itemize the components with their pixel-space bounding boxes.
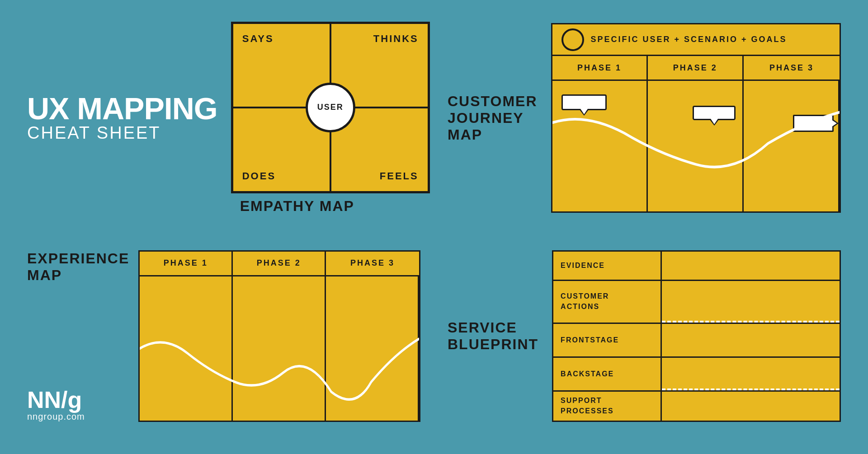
- nng-logo: NN/g nngroup.com: [27, 388, 85, 422]
- sb-support-label: SUPPORTPROCESSES: [553, 392, 662, 421]
- cjm-header: SPECIFIC USER + SCENARIO + GOALS: [552, 24, 840, 56]
- sb-evidence-row: EVIDENCE: [553, 252, 840, 281]
- exp-content-row: [140, 276, 419, 421]
- cjm-content-cell-2: [648, 81, 744, 211]
- user-circle: USER: [306, 83, 355, 132]
- speech-bubble-2: [693, 106, 736, 120]
- nng-site-text: nngroup.com: [27, 412, 85, 422]
- cjm-content-cell-1: [552, 81, 648, 211]
- empathy-map-grid: SAYS THINKS DOES FEELS USER: [231, 22, 430, 193]
- exp-content-cell-1: [140, 276, 233, 421]
- cjm-header-text: SPECIFIC USER + SCENARIO + GOALS: [591, 35, 787, 44]
- title-ux: UX MAPPING: [27, 93, 217, 124]
- speech-bubble-3: [793, 115, 834, 132]
- exp-phase-3: PHASE 3: [326, 252, 419, 275]
- sb-evidence-content: [662, 252, 840, 280]
- sb-backstage-content: [662, 358, 840, 390]
- nng-logo-text: NN/g: [27, 388, 85, 412]
- cjm-container: SPECIFIC USER + SCENARIO + GOALS PHASE 1…: [551, 23, 841, 213]
- exp-phase-1: PHASE 1: [140, 252, 233, 275]
- main-container: UX MAPPING CHEAT SHEET SAYS THINKS DOES …: [0, 0, 868, 454]
- title-block: UX MAPPING CHEAT SHEET: [27, 93, 217, 143]
- cjm-user-icon: [561, 28, 584, 51]
- sb-customer-row: CUSTOMERACTIONS: [553, 281, 840, 324]
- cjm-phases-row: PHASE 1 PHASE 2 PHASE 3: [552, 56, 840, 81]
- sb-frontstage-row: FRONTSTAGE: [553, 324, 840, 358]
- sb-evidence-label: EVIDENCE: [553, 252, 662, 280]
- sb-backstage-label: BACKSTAGE: [553, 358, 662, 390]
- top-left-section: UX MAPPING CHEAT SHEET SAYS THINKS DOES …: [27, 18, 420, 218]
- exp-phase-2: PHASE 2: [233, 252, 326, 275]
- cjm-label: CUSTOMERJOURNEYMAP: [448, 93, 538, 143]
- sb-support-row: SUPPORTPROCESSES: [553, 392, 840, 421]
- bottom-left-section: EXPERIENCEMAP NN/g nngroup.com PHASE 1 P…: [27, 236, 420, 436]
- title-cheat: CHEAT SHEET: [27, 124, 217, 143]
- sb-customer-content: [662, 281, 840, 323]
- experience-map-grid: PHASE 1 PHASE 2 PHASE 3: [138, 250, 420, 422]
- cjm-content-row: [552, 81, 840, 211]
- sb-frontstage-label: FRONTSTAGE: [553, 324, 662, 356]
- sb-frontstage-content: [662, 324, 840, 356]
- sb-backstage-row: BACKSTAGE: [553, 358, 840, 392]
- sb-support-content: [662, 392, 840, 421]
- cjm-phase-3: PHASE 3: [744, 56, 840, 80]
- cjm-phase-2: PHASE 2: [648, 56, 744, 80]
- empathy-map-container: SAYS THINKS DOES FEELS USER EMP: [231, 22, 430, 215]
- bottom-left-labels: EXPERIENCEMAP NN/g nngroup.com: [27, 250, 138, 422]
- speech-bubble-1: [561, 94, 607, 110]
- empathy-map-label: EMPATHY MAP: [240, 198, 354, 215]
- bottom-right-section: SERVICEBLUEPRINT EVIDENCE CUSTOMERACTION…: [448, 236, 841, 436]
- cjm-phase-1: PHASE 1: [552, 56, 648, 80]
- top-right-section: CUSTOMERJOURNEYMAP SPECIFIC USER + SCENA…: [448, 18, 841, 218]
- empathy-grid-inner: SAYS THINKS DOES FEELS USER: [232, 23, 429, 192]
- service-blueprint-label: SERVICEBLUEPRINT: [448, 319, 538, 353]
- experience-map-label: EXPERIENCEMAP: [27, 250, 129, 284]
- exp-content-cell-3: [326, 276, 419, 421]
- exp-phases-row: PHASE 1 PHASE 2 PHASE 3: [140, 252, 419, 276]
- service-blueprint-container: EVIDENCE CUSTOMERACTIONS FRONTSTAGE BACK…: [552, 250, 841, 422]
- sb-customer-label: CUSTOMERACTIONS: [553, 281, 662, 323]
- exp-content-cell-2: [233, 276, 326, 421]
- cjm-content-cell-3: [744, 81, 840, 211]
- line-of-visibility: [662, 388, 840, 390]
- line-of-interaction: [662, 321, 840, 323]
